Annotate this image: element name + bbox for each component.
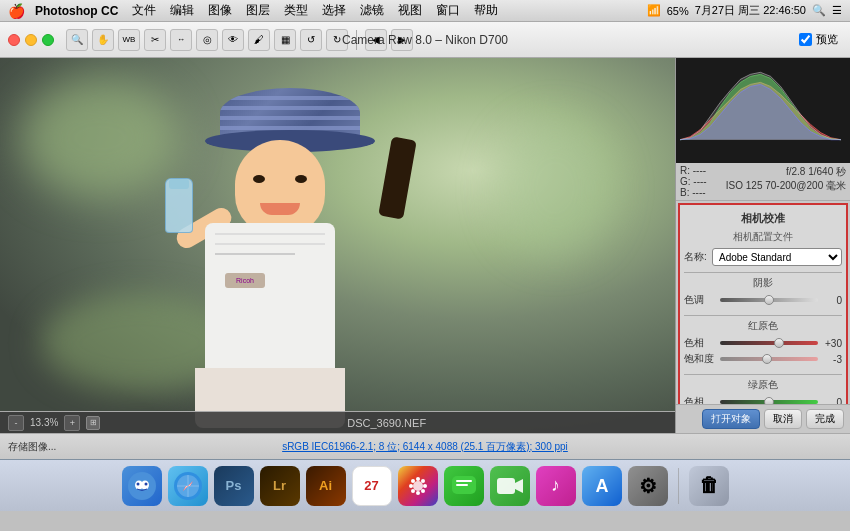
dock-item-photoshop[interactable]: Ps — [214, 466, 254, 506]
tool-gradient[interactable]: ▦ — [274, 29, 296, 51]
dock-item-calendar[interactable]: 27 — [352, 466, 392, 506]
tool-spot[interactable]: ◎ — [196, 29, 218, 51]
svg-point-3 — [136, 482, 139, 485]
tool-crop[interactable]: ✂ — [144, 29, 166, 51]
tool-brush[interactable]: 🖌 — [248, 29, 270, 51]
menu-battery: 65% — [667, 5, 689, 17]
menu-search[interactable]: 🔍 — [812, 4, 826, 17]
svg-point-15 — [423, 484, 427, 488]
apple-menu[interactable]: 🍎 — [8, 3, 25, 19]
close-button[interactable] — [8, 34, 20, 46]
menu-edit[interactable]: 编辑 — [170, 2, 194, 19]
dock-item-facetime[interactable] — [490, 466, 530, 506]
dock-item-trash[interactable]: 🗑 — [689, 466, 729, 506]
menu-file[interactable]: 文件 — [132, 2, 156, 19]
tool-redeye[interactable]: 👁 — [222, 29, 244, 51]
menu-items: 文件 编辑 图像 图层 类型 选择 滤镜 视图 窗口 帮助 — [132, 2, 498, 19]
red-sat-label: 饱和度 — [684, 352, 716, 366]
divider2 — [684, 315, 842, 316]
calibration-panel: 相机校准 相机配置文件 名称: Adobe Standard 阴影 色调 — [678, 203, 848, 404]
svg-point-16 — [411, 479, 415, 483]
menu-window[interactable]: 窗口 — [436, 2, 460, 19]
svg-marker-25 — [515, 479, 523, 493]
right-panel: R: ---- ---- -------- G: ---- B: ---- f/… — [675, 58, 850, 433]
safari-icon — [173, 471, 203, 501]
tool-straighten[interactable]: ↔ — [170, 29, 192, 51]
minimize-button[interactable] — [25, 34, 37, 46]
tool-rotate-l[interactable]: ↺ — [300, 29, 322, 51]
green-hue-label: 色相 — [684, 395, 716, 404]
fit-btn[interactable]: ⊞ — [86, 416, 100, 430]
app-title: Camera Raw 8.0 – Nikon D700 — [342, 33, 508, 47]
svg-point-11 — [413, 481, 423, 491]
cal-label: 27 — [364, 478, 378, 493]
tool-zoom[interactable]: 🔍 — [66, 29, 88, 51]
tool-hand[interactable]: ✋ — [92, 29, 114, 51]
zoom-in-btn[interactable]: + — [64, 415, 80, 431]
green-group: 绿原色 色相 0 饱和度 -10 — [684, 378, 842, 404]
hist-rgb-labels: R: ---- ---- -------- G: ---- B: ---- — [680, 165, 707, 198]
lr-label: Lr — [273, 478, 286, 493]
menu-layer[interactable]: 图层 — [246, 2, 270, 19]
settings-icon: ⚙ — [639, 474, 657, 498]
shadow-tint-thumb[interactable] — [764, 295, 774, 305]
main-content: Ricoh - 13.3% + ⊞ DSC_3690.NEF — [0, 58, 850, 433]
cancel-button[interactable]: 取消 — [764, 409, 802, 429]
green-hue-row: 色相 0 — [684, 395, 842, 404]
dock-item-illustrator[interactable]: Ai — [306, 466, 346, 506]
red-hue-track[interactable] — [720, 341, 818, 345]
photos-icon — [406, 474, 430, 498]
dock-item-finder[interactable] — [122, 466, 162, 506]
dock-item-photos[interactable] — [398, 466, 438, 506]
menu-help[interactable]: 帮助 — [474, 2, 498, 19]
itunes-icon: ♪ — [551, 475, 560, 496]
status-info[interactable]: sRGB IEC61966-2.1; 8 位; 6144 x 4088 (25.… — [217, 440, 634, 454]
red-sat-thumb[interactable] — [762, 354, 772, 364]
red-group: 红原色 色相 +30 饱和度 -3 — [684, 319, 842, 366]
name-label: 名称: — [684, 250, 712, 264]
hist-aperture: f/2.8 1/640 秒 — [726, 165, 846, 179]
dock-item-messages[interactable] — [444, 466, 484, 506]
dock-divider — [678, 468, 679, 504]
svg-point-19 — [421, 489, 425, 493]
dock-item-itunes[interactable]: ♪ — [536, 466, 576, 506]
status-bar: 存储图像... sRGB IEC61966-2.1; 8 位; 6144 x 4… — [0, 433, 850, 459]
zoom-out-btn[interactable]: - — [8, 415, 24, 431]
menu-list[interactable]: ☰ — [832, 4, 842, 17]
panel-subtitle: 相机配置文件 — [684, 230, 842, 244]
maximize-button[interactable] — [42, 34, 54, 46]
dock-item-settings[interactable]: ⚙ — [628, 466, 668, 506]
red-sat-value: -3 — [822, 354, 842, 365]
preview-label: 预览 — [816, 32, 838, 47]
svg-point-4 — [144, 482, 147, 485]
red-hue-value: +30 — [822, 338, 842, 349]
done-button[interactable]: 完成 — [806, 409, 844, 429]
shadow-tint-label: 色调 — [684, 293, 716, 307]
menu-type[interactable]: 类型 — [284, 2, 308, 19]
open-object-button[interactable]: 打开对象 — [702, 409, 760, 429]
menu-image[interactable]: 图像 — [208, 2, 232, 19]
app-name[interactable]: Photoshop CC — [35, 4, 118, 18]
red-hue-label: 色相 — [684, 336, 716, 350]
shadow-group: 阴影 色调 0 — [684, 276, 842, 307]
menu-filter[interactable]: 滤镜 — [360, 2, 384, 19]
dock-item-safari[interactable] — [168, 466, 208, 506]
red-sat-track[interactable] — [720, 357, 818, 361]
menu-time: 7月27日 周三 22:46:50 — [695, 3, 806, 18]
hist-iso: ISO 125 70-200@200 毫米 — [726, 179, 846, 193]
menu-select[interactable]: 选择 — [322, 2, 346, 19]
tool-wb[interactable]: WB — [118, 29, 140, 51]
divider3 — [684, 374, 842, 375]
camera-raw-panel[interactable]: 相机校准 相机配置文件 名称: Adobe Standard 阴影 色调 — [676, 201, 850, 404]
green-hue-track[interactable] — [720, 400, 818, 404]
preview-checkbox[interactable] — [799, 33, 812, 46]
facetime-icon — [496, 475, 524, 497]
dock-item-appstore[interactable]: A — [582, 466, 622, 506]
shadow-tint-track[interactable] — [720, 298, 818, 302]
green-hue-thumb[interactable] — [764, 397, 774, 404]
menu-view[interactable]: 视图 — [398, 2, 422, 19]
photo-bottom-toolbar: - 13.3% + ⊞ DSC_3690.NEF — [0, 411, 675, 433]
dock-item-lightroom[interactable]: Lr — [260, 466, 300, 506]
red-hue-thumb[interactable] — [774, 338, 784, 348]
profile-select[interactable]: Adobe Standard — [712, 248, 842, 266]
